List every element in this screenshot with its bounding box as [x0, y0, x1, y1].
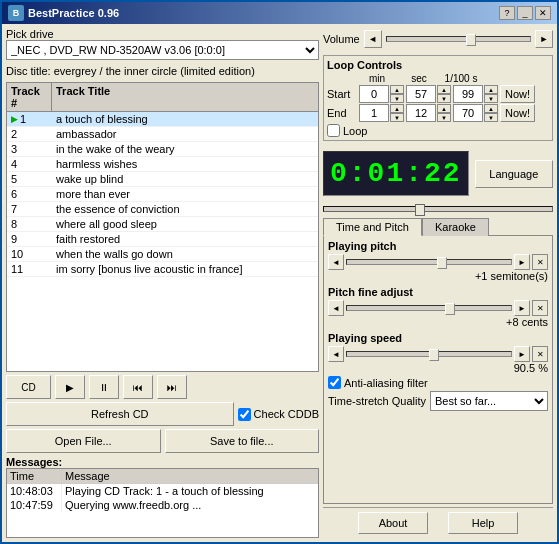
track-num-header: Track # [7, 83, 52, 111]
speed-reset-btn[interactable]: ✕ [532, 346, 548, 362]
time-lang-row: 0:01:22 Language [323, 148, 553, 199]
track-num: 5 [11, 173, 17, 185]
speed-right-btn[interactable]: ► [514, 346, 530, 362]
loop-checkbox[interactable] [327, 124, 340, 137]
save-file-button[interactable]: Save to file... [165, 429, 320, 453]
refresh-cd-button[interactable]: Refresh CD [6, 402, 234, 426]
messages-body: 10:48:03 Playing CD Track: 1 - a touch o… [7, 484, 318, 512]
left-panel: Pick drive _NEC , DVD_RW ND-3520AW v3.06… [6, 28, 319, 538]
volume-slider[interactable] [386, 36, 531, 42]
track-title: faith restored [52, 232, 318, 246]
pitch-slider[interactable] [346, 259, 512, 265]
transport-row: CD ▶ ⏸ ⏮ ⏭ [6, 375, 319, 399]
title-buttons: ? _ ✕ [499, 6, 551, 20]
track-row[interactable]: 2 ambassador [7, 127, 318, 142]
loop-start-min-up[interactable]: ▲ [390, 85, 404, 94]
cd-button[interactable]: CD [6, 375, 51, 399]
drive-select[interactable]: _NEC , DVD_RW ND-3520AW v3.06 [0:0:0] [6, 40, 319, 60]
loop-end-now-btn[interactable]: Now! [500, 104, 535, 122]
position-slider[interactable] [323, 206, 553, 212]
speed-slider[interactable] [346, 351, 512, 357]
loop-end-min-down[interactable]: ▼ [390, 113, 404, 122]
loop-start-cs-input[interactable]: 99 [453, 85, 483, 103]
track-row[interactable]: 11 im sorry [bonus live acoustic in fran… [7, 262, 318, 277]
volume-label: Volume [323, 33, 360, 45]
loop-start-now-btn[interactable]: Now! [500, 85, 535, 103]
about-button[interactable]: About [358, 512, 428, 534]
tab-karaoke[interactable]: Karaoke [422, 218, 489, 236]
track-num: 9 [11, 233, 17, 245]
drive-section: Pick drive _NEC , DVD_RW ND-3520AW v3.06… [6, 28, 319, 60]
loop-end-cs-input[interactable]: 70 [453, 104, 483, 122]
pitch-fine-label: Pitch fine adjust [328, 286, 548, 298]
messages-time-header: Time [7, 469, 62, 483]
messages-box: Time Message 10:48:03 Playing CD Track: … [6, 468, 319, 538]
track-row[interactable]: 10 when the walls go down [7, 247, 318, 262]
main-window: B BestPractice 0.96 ? _ ✕ Pick drive _NE… [0, 0, 559, 544]
play-button[interactable]: ▶ [55, 375, 85, 399]
pitch-reset-btn[interactable]: ✕ [532, 254, 548, 270]
pitch-fine-slider[interactable] [346, 305, 512, 311]
loop-end-min-input[interactable]: 1 [359, 104, 389, 122]
track-row[interactable]: 3 in the wake of the weary [7, 142, 318, 157]
language-button[interactable]: Language [475, 160, 553, 188]
pitch-fine-reset-btn[interactable]: ✕ [532, 300, 548, 316]
loop-start-min-down[interactable]: ▼ [390, 94, 404, 103]
volume-right-btn[interactable]: ► [535, 30, 553, 48]
playing-indicator: ▶ [11, 114, 18, 124]
loop-end-sec-up[interactable]: ▲ [437, 104, 451, 113]
forward-button[interactable]: ⏭ [157, 375, 187, 399]
track-row[interactable]: 4 harmless wishes [7, 157, 318, 172]
pause-button[interactable]: ⏸ [89, 375, 119, 399]
minimize-btn[interactable]: _ [517, 6, 533, 20]
disc-title-row: Disc title: evergrey / the inner circle … [6, 63, 319, 79]
track-row[interactable]: 5 wake up blind [7, 172, 318, 187]
track-row[interactable]: 6 more than ever [7, 187, 318, 202]
loop-start-cs-down[interactable]: ▼ [484, 94, 498, 103]
track-num: 6 [11, 188, 17, 200]
loop-start-sec: 57 ▲ ▼ [406, 85, 451, 103]
loop-end-min-up[interactable]: ▲ [390, 104, 404, 113]
loop-end-sec-input[interactable]: 12 [406, 104, 436, 122]
loop-controls: Loop Controls min sec 1/100 s Start 0 ▲ … [323, 55, 553, 141]
track-row[interactable]: 9 faith restored [7, 232, 318, 247]
loop-start-min-input[interactable]: 0 [359, 85, 389, 103]
track-row[interactable]: 7 the essence of conviction [7, 202, 318, 217]
pitch-fine-right-btn[interactable]: ► [514, 300, 530, 316]
volume-left-btn[interactable]: ◄ [364, 30, 382, 48]
loop-end-cs-up[interactable]: ▲ [484, 104, 498, 113]
tab-bar: Time and Pitch Karaoke [323, 217, 553, 235]
pitch-right-btn[interactable]: ► [514, 254, 530, 270]
help-button[interactable]: Help [448, 512, 518, 534]
track-table: Track # Track Title ▶ 1 a touch of bless… [6, 82, 319, 372]
antialiasing-checkbox[interactable] [328, 376, 341, 389]
help-btn[interactable]: ? [499, 6, 515, 20]
ts-quality-select[interactable]: Best so far... Good Fast [430, 391, 548, 411]
track-num: 3 [11, 143, 17, 155]
pitch-fine-value: +8 cents [328, 316, 548, 328]
loop-end-sec-down[interactable]: ▼ [437, 113, 451, 122]
loop-start-sec-down[interactable]: ▼ [437, 94, 451, 103]
loop-start-cs-up[interactable]: ▲ [484, 85, 498, 94]
track-body[interactable]: ▶ 1 a touch of blessing 2 ambassador 3 i… [7, 112, 318, 297]
loop-start-sec-input[interactable]: 57 [406, 85, 436, 103]
tab-time-pitch[interactable]: Time and Pitch [323, 218, 422, 236]
close-btn[interactable]: ✕ [535, 6, 551, 20]
tabs-container: Time and Pitch Karaoke Playing pitch ◄ ►… [323, 217, 553, 504]
loop-start-row: Start 0 ▲ ▼ 57 ▲ ▼ [327, 85, 549, 103]
drive-label: Pick drive [6, 28, 54, 40]
pitch-fine-left-btn[interactable]: ◄ [328, 300, 344, 316]
rewind-button[interactable]: ⏮ [123, 375, 153, 399]
volume-row: Volume ◄ ► [323, 28, 553, 50]
open-file-button[interactable]: Open File... [6, 429, 161, 453]
track-row[interactable]: 8 where all good sleep [7, 217, 318, 232]
loop-end-cs-down[interactable]: ▼ [484, 113, 498, 122]
drive-row: _NEC , DVD_RW ND-3520AW v3.06 [0:0:0] [6, 40, 319, 60]
pitch-left-btn[interactable]: ◄ [328, 254, 344, 270]
loop-start-min: 0 ▲ ▼ [359, 85, 404, 103]
speed-left-btn[interactable]: ◄ [328, 346, 344, 362]
antialiasing-label: Anti-aliasing filter [344, 377, 428, 389]
check-cddb-checkbox[interactable] [238, 408, 251, 421]
loop-start-sec-up[interactable]: ▲ [437, 85, 451, 94]
track-row[interactable]: ▶ 1 a touch of blessing [7, 112, 318, 127]
